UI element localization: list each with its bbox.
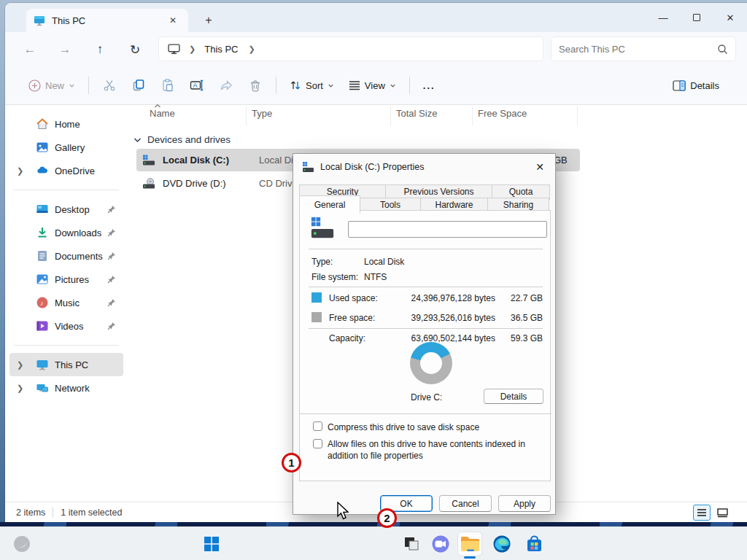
titlebar: This PC ✕ + — ✕ xyxy=(5,3,747,32)
details-button[interactable]: Details xyxy=(484,389,543,404)
sidebar-item-pictures[interactable]: Pictures xyxy=(9,268,123,291)
home-icon xyxy=(36,117,49,131)
start-button[interactable] xyxy=(200,532,223,556)
share-icon xyxy=(220,79,233,92)
rename-button[interactable]: A xyxy=(182,72,212,98)
sort-icon xyxy=(290,79,301,91)
delete-button[interactable] xyxy=(241,72,270,98)
details-view-toggle[interactable] xyxy=(693,505,711,521)
used-space-bytes: 24,396,976,128 bytes xyxy=(393,293,495,303)
free-space-swatch xyxy=(311,312,322,322)
trash-icon xyxy=(249,79,262,92)
volume-label-input[interactable] xyxy=(348,221,547,238)
compress-checkbox-label[interactable]: Compress this drive to save disk space xyxy=(328,422,546,434)
dialog-titlebar[interactable]: Local Disk (C:) Properties ✕ xyxy=(293,154,555,180)
index-checkbox[interactable] xyxy=(313,439,322,448)
search-icon xyxy=(717,44,728,55)
chevron-right-icon[interactable]: ❯ xyxy=(17,360,23,370)
chevron-right-icon[interactable]: ❯ xyxy=(17,384,23,393)
taskbar: ENG 20:15 31/10/2568 xyxy=(0,526,747,560)
sort-ascending-icon xyxy=(154,104,161,109)
large-icons-view-toggle[interactable] xyxy=(713,505,731,521)
cut-button[interactable] xyxy=(95,72,124,98)
search-box[interactable] xyxy=(551,36,736,61)
column-name[interactable]: Name xyxy=(150,108,175,119)
chevron-right-icon[interactable]: ❯ xyxy=(17,166,23,176)
maximize-button[interactable] xyxy=(680,3,713,32)
sidebar-item-desktop[interactable]: Desktop xyxy=(9,198,123,221)
close-button[interactable]: ✕ xyxy=(713,3,747,32)
file-name: DVD Drive (D:) xyxy=(163,178,249,189)
divider xyxy=(309,287,543,287)
sidebar-item-network[interactable]: ❯ Network xyxy=(9,376,123,400)
pictures-icon xyxy=(36,273,49,286)
share-button[interactable] xyxy=(212,72,241,98)
more-options-button[interactable]: ... xyxy=(416,72,443,98)
paste-button[interactable] xyxy=(153,72,182,98)
navigation-pane: Home Gallery ❯ OneDrive Desktop Download… xyxy=(5,105,128,502)
search-input[interactable] xyxy=(559,44,717,55)
sidebar-item-downloads[interactable]: Downloads xyxy=(9,221,123,244)
minimize-button[interactable]: — xyxy=(646,3,680,32)
details-view-icon xyxy=(697,508,707,517)
index-checkbox-label[interactable]: Allow files on this drive to have conten… xyxy=(328,439,546,462)
file-explorer-icon xyxy=(460,535,480,553)
sort-button[interactable]: Sort xyxy=(282,72,341,98)
sidebar-item-this-pc[interactable]: ❯ This PC xyxy=(9,353,123,376)
sidebar-item-music[interactable]: ♪ Music xyxy=(9,291,123,314)
up-button[interactable]: ↑ xyxy=(88,38,112,61)
sidebar-item-gallery[interactable]: Gallery xyxy=(9,136,123,159)
column-divider[interactable] xyxy=(390,106,391,125)
used-space-swatch xyxy=(311,292,322,303)
sidebar-item-home[interactable]: Home xyxy=(9,112,123,136)
divider xyxy=(53,508,53,518)
general-tab-page: Type: Local Disk File system: NTFS Used … xyxy=(299,210,551,481)
group-devices-and-drives[interactable]: Devices and drives xyxy=(133,134,231,145)
desktop-icon xyxy=(36,203,49,216)
cancel-button[interactable]: Cancel xyxy=(439,495,492,512)
explorer-tab[interactable]: This PC ✕ xyxy=(26,9,188,32)
chat-button[interactable] xyxy=(429,532,452,556)
forward-button[interactable]: → xyxy=(53,38,77,61)
store-button[interactable] xyxy=(522,532,546,556)
copy-button[interactable] xyxy=(124,72,153,98)
videos-icon xyxy=(36,319,49,332)
rename-icon: A xyxy=(190,79,204,92)
column-total-size[interactable]: Total Size xyxy=(396,108,437,119)
weather-widget-icon[interactable] xyxy=(10,532,34,556)
sidebar-item-videos[interactable]: Videos xyxy=(9,314,123,338)
apply-button[interactable]: Apply xyxy=(498,495,551,512)
column-type[interactable]: Type xyxy=(252,108,272,119)
type-value: Local Disk xyxy=(364,257,404,267)
refresh-button[interactable]: ↻ xyxy=(123,38,147,61)
view-button[interactable]: View xyxy=(341,72,403,98)
address-bar[interactable]: ❯ This PC ❯ xyxy=(158,36,543,61)
new-button[interactable]: New xyxy=(21,72,82,98)
items-count: 2 items xyxy=(16,508,45,518)
new-tab-button[interactable]: + xyxy=(201,13,217,29)
pin-icon xyxy=(107,228,116,237)
column-divider[interactable] xyxy=(577,106,578,125)
edge-button[interactable] xyxy=(490,532,514,556)
tab-general[interactable]: General xyxy=(299,195,360,214)
capacity-size: 59.3 GB xyxy=(499,333,543,343)
breadcrumb-this-pc[interactable]: This PC xyxy=(204,44,238,55)
column-free-space[interactable]: Free Space xyxy=(478,108,527,119)
details-pane-button[interactable]: Details xyxy=(665,72,727,98)
compress-checkbox[interactable] xyxy=(313,421,322,431)
network-icon xyxy=(36,381,49,394)
drive-icon-large xyxy=(310,217,335,240)
task-view-button[interactable] xyxy=(400,532,423,556)
annotation-circle-2: 2 xyxy=(377,508,397,528)
column-divider[interactable] xyxy=(472,106,473,125)
divider xyxy=(300,413,551,414)
back-button[interactable]: ← xyxy=(18,38,42,61)
sidebar-item-documents[interactable]: Documents xyxy=(9,244,123,268)
file-explorer-button[interactable] xyxy=(458,532,481,556)
divider xyxy=(14,190,119,190)
tab-close-icon[interactable]: ✕ xyxy=(165,12,181,28)
column-divider[interactable] xyxy=(246,106,247,125)
sidebar-item-onedrive[interactable]: ❯ OneDrive xyxy=(9,159,123,182)
paste-icon xyxy=(161,79,174,92)
dialog-close-icon[interactable]: ✕ xyxy=(530,158,549,176)
